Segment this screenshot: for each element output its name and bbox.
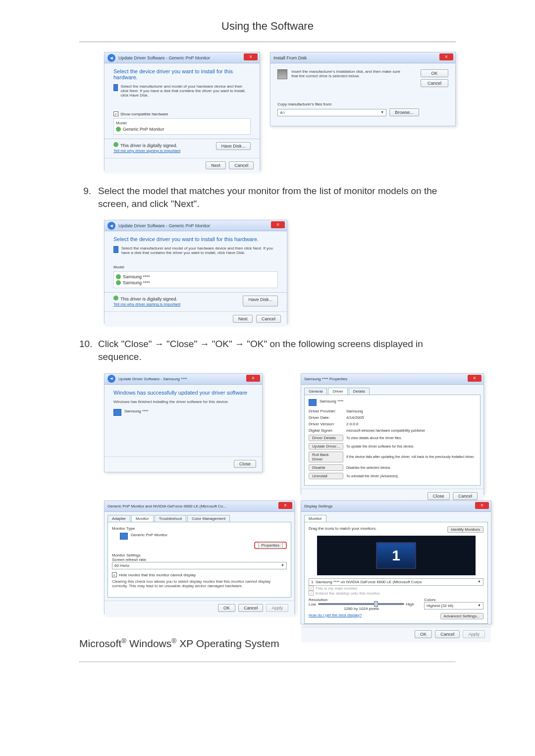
group-label: Monitor Type xyxy=(112,526,287,531)
group-label: Monitor Settings xyxy=(112,553,287,557)
close-icon[interactable]: X xyxy=(468,375,482,382)
value: 2.0.0.0 xyxy=(346,422,358,426)
tab-details[interactable]: Details xyxy=(349,388,370,395)
browse-button[interactable]: Browse... xyxy=(389,108,419,116)
tab-monitor[interactable]: Monitor xyxy=(131,515,154,522)
tab-driver[interactable]: Driver xyxy=(328,388,347,395)
extend-label: Extend the desktop onto this monitor xyxy=(316,591,380,596)
monitor-number: 1 xyxy=(376,542,416,569)
signing-link[interactable]: Tell me why driver signing is important xyxy=(113,302,180,306)
cancel-button[interactable]: Cancel xyxy=(435,630,460,638)
monitor-select[interactable]: 1. Samsung **** on NVIDIA GeForce 6600 L… xyxy=(309,578,483,586)
model-item[interactable]: Samsung **** xyxy=(123,280,150,285)
monitor-type: Generic PnP Monitor xyxy=(131,533,167,537)
dlg-monitor-properties: Generic PnP Monitor and NVIDIA GeForce 6… xyxy=(104,501,295,614)
hide-modes-label: Hide modes that this monitor cannot disp… xyxy=(119,573,196,577)
driver-details-button[interactable]: Driver Details xyxy=(309,435,343,441)
ok-button[interactable]: OK xyxy=(421,69,448,77)
dlg-select-driver-samsung: ◄ Update Driver Software - Generic PnP M… xyxy=(104,220,287,324)
tab-general[interactable]: General xyxy=(304,388,327,395)
model-item[interactable]: Generic PnP Monitor xyxy=(123,127,164,132)
device-name: Samsung **** xyxy=(124,409,148,413)
monitor-preview[interactable]: 1 xyxy=(317,536,476,575)
label: Driver Provider: xyxy=(309,409,343,413)
signing-link[interactable]: Tell me why driver signing is important xyxy=(113,149,180,153)
close-icon[interactable]: X xyxy=(475,502,489,509)
hint: To update the driver software for this d… xyxy=(346,445,414,448)
dlg-title: Display Settings xyxy=(304,504,332,508)
path-combobox[interactable]: A:\▼ xyxy=(277,109,386,116)
model-list[interactable]: Model Generic PnP Monitor xyxy=(113,118,251,135)
instruction: Insert the manufacturer's installation d… xyxy=(291,69,400,82)
dlg-title: Generic PnP Monitor and NVIDIA GeForce 6… xyxy=(107,504,226,508)
resolution-value: 1280 by 1024 pixels xyxy=(309,606,414,611)
dlg-headline: Windows has successfully updated your dr… xyxy=(113,390,253,396)
cancel-button[interactable]: Cancel xyxy=(256,315,281,323)
refresh-select[interactable]: 60 Hertz▼ xyxy=(112,562,287,569)
page-title: Using the Software xyxy=(79,20,456,33)
cancel-button[interactable]: Cancel xyxy=(453,492,478,500)
tab-monitor[interactable]: Monitor xyxy=(304,515,326,522)
model-header: Model xyxy=(113,265,278,269)
colors-select[interactable]: Highest (32 bit)▼ xyxy=(424,602,483,609)
hide-modes-checkbox[interactable]: ✓ xyxy=(112,572,117,577)
dlg-driver-properties: Samsung **** PropertiesX General Driver … xyxy=(301,373,484,495)
apply-button[interactable]: Apply xyxy=(266,604,288,612)
close-icon[interactable]: X xyxy=(244,53,258,60)
step-number: 10. xyxy=(79,338,91,363)
monitor-icon xyxy=(113,84,118,91)
properties-button[interactable]: Properties xyxy=(258,542,283,549)
dlg-display-settings: Display SettingsX Monitor Drag the icons… xyxy=(301,501,491,624)
model-item[interactable]: Samsung **** xyxy=(123,274,150,279)
update-driver-button[interactable]: Update Driver... xyxy=(309,443,343,450)
tab-adapter[interactable]: Adapter xyxy=(107,515,130,522)
tab-troubleshoot[interactable]: Troubleshoot xyxy=(155,515,186,522)
close-button[interactable]: Close xyxy=(234,460,256,468)
divider xyxy=(79,42,456,42)
close-button[interactable]: Close xyxy=(428,492,450,500)
cancel-button[interactable]: Cancel xyxy=(229,161,254,169)
close-icon[interactable]: X xyxy=(439,53,453,60)
step-number: 9. xyxy=(79,185,91,210)
model-list[interactable]: Samsung **** Samsung **** xyxy=(113,271,278,288)
disable-button[interactable]: Disable xyxy=(309,464,343,471)
hint: If the device fails after updating the d… xyxy=(346,455,475,458)
hide-modes-warning: Clearing this check box allows you to se… xyxy=(112,579,287,588)
drag-text: Drag the icons to match your monitors. xyxy=(309,526,376,533)
back-icon: ◄ xyxy=(107,54,115,62)
extend-checkbox: ✓ xyxy=(309,591,314,596)
cancel-button[interactable]: Cancel xyxy=(421,79,448,87)
help-link[interactable]: How do I get the best display? xyxy=(309,613,362,619)
dlg-subtext: Select the manufacturer and model of you… xyxy=(121,246,278,255)
ok-button[interactable]: OK xyxy=(218,604,235,612)
step-text: Click "Close" → "Close" → "OK" → "OK" on… xyxy=(98,338,456,363)
next-button[interactable]: Next xyxy=(233,315,253,323)
model-header: Model xyxy=(116,121,248,125)
cancel-button[interactable]: Cancel xyxy=(238,604,263,612)
value: 4/14/2005 xyxy=(346,415,364,420)
ok-button[interactable]: OK xyxy=(415,630,432,638)
close-icon[interactable]: X xyxy=(278,502,292,509)
dlg-update-success: ◄ Update Driver Software - Samsung **** … xyxy=(104,373,263,472)
have-disk-button[interactable]: Have Disk... xyxy=(243,296,278,306)
hint: Disables the selected device. xyxy=(346,466,391,469)
next-button[interactable]: Next xyxy=(206,161,226,169)
tab-color[interactable]: Color Management xyxy=(187,515,230,522)
label: Driver Date: xyxy=(309,415,343,420)
dlg-subtext: Windows has finished installing the driv… xyxy=(113,400,253,404)
resolution-slider[interactable] xyxy=(318,603,404,605)
label: Digital Signer: xyxy=(309,428,343,433)
show-compatible-checkbox[interactable]: ✓ xyxy=(113,111,118,116)
rollback-button[interactable]: Roll Back Driver xyxy=(309,452,343,462)
close-icon[interactable]: X xyxy=(246,375,260,382)
apply-button[interactable]: Apply xyxy=(463,630,485,638)
dlg-install-from-disk: Install From Disk X Insert the manufactu… xyxy=(270,52,456,126)
identify-button[interactable]: Identify Monitors xyxy=(447,526,483,533)
close-icon[interactable]: X xyxy=(271,221,285,228)
main-monitor-checkbox: ✓ xyxy=(309,586,314,591)
advanced-button[interactable]: Advanced Settings... xyxy=(440,613,483,619)
uninstall-button[interactable]: Uninstall xyxy=(309,473,343,479)
signed-text: This driver is digitally signed. xyxy=(120,297,177,302)
have-disk-button[interactable]: Have Disk... xyxy=(216,142,251,150)
dlg-headline: Select the device driver you want to ins… xyxy=(113,68,251,80)
